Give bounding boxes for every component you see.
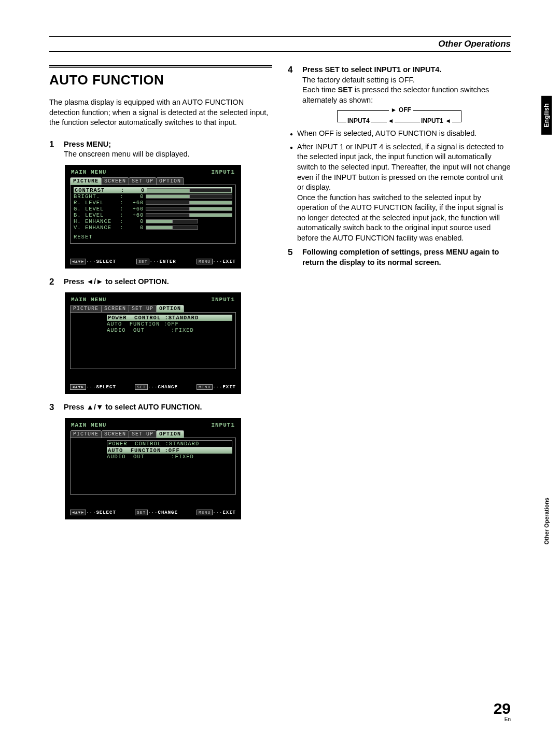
step4-head: Press SET to select INPUT1 or INPUT4. bbox=[302, 65, 441, 74]
intro-text: The plasma display is equipped with an A… bbox=[49, 97, 272, 128]
osd3-title: MAIN MENU bbox=[71, 422, 106, 428]
right-column: 4 Press SET to select INPUT1 or INPUT4. … bbox=[288, 65, 511, 528]
step4-line2a: Each time bbox=[302, 86, 338, 94]
osd2-audio: AUDIO OUT :FIXED bbox=[107, 327, 232, 333]
osd3-foot-select: SELECT bbox=[96, 510, 116, 515]
step4-set: SET bbox=[338, 86, 353, 94]
osd2-tab-option: OPTION bbox=[156, 305, 184, 313]
osd2-tab-picture: PICTURE bbox=[70, 305, 102, 313]
cycle-diagram: ► OFF INPUT4 ◄ INPUT1 ◄ bbox=[337, 110, 461, 122]
step5-head: Following completion of settings, press … bbox=[302, 248, 499, 266]
step-1: 1 Press MENU; The onscreen menu will be … bbox=[49, 139, 272, 160]
osd1-tab-picture: PICTURE bbox=[70, 177, 102, 185]
osd2-foot-set: SET bbox=[135, 384, 148, 390]
osd3-foot-set: SET bbox=[135, 510, 148, 515]
osd-glevel-val: +60 bbox=[125, 206, 144, 212]
page-title: AUTO FUNCTION bbox=[49, 72, 272, 88]
osd-reset: RESET bbox=[74, 234, 232, 240]
step3-num: 3 bbox=[49, 402, 59, 413]
osd1-tab-option: OPTION bbox=[156, 177, 184, 185]
osd-foot-exit: EXIT bbox=[222, 259, 236, 264]
osd-contrast-val: 0 bbox=[127, 187, 145, 193]
osd-henh-val: 0 bbox=[125, 218, 144, 224]
osd2-foot-exit: EXIT bbox=[222, 385, 236, 390]
page-num-value: 29 bbox=[494, 700, 511, 717]
step5-num: 5 bbox=[288, 247, 297, 267]
bullet2b-text: Once the function has switched to the se… bbox=[297, 193, 503, 242]
page-lang: En bbox=[494, 716, 511, 722]
osd-venh-val: 0 bbox=[125, 224, 144, 231]
step1-head: Press MENU; bbox=[64, 140, 111, 148]
osd2-power: POWER CONTROL :STANDARD bbox=[107, 315, 232, 321]
osd2-tab-setup: SET UP bbox=[129, 305, 157, 313]
step-3: 3 Press ▲/▼ to select AUTO FUNCTION. bbox=[49, 402, 272, 413]
osd-foot-select: SELECT bbox=[96, 259, 116, 264]
osd3-power: POWER CONTROL :STANDARD bbox=[107, 440, 232, 447]
osd3-tab-setup: SET UP bbox=[129, 430, 157, 438]
osd-rlevel-label: R. LEVEL bbox=[74, 200, 118, 206]
dpad-icon: ◄▲▼► bbox=[70, 510, 86, 515]
bullet1-text: When OFF is selected, AUTO FUNCTION is d… bbox=[297, 129, 477, 139]
osd3-input: INPUT1 bbox=[211, 422, 235, 428]
osd2-tab-screen: SCREEN bbox=[101, 305, 129, 313]
cycle-off: OFF bbox=[399, 106, 411, 114]
osd1-tab-setup: SET UP bbox=[129, 177, 157, 185]
osd1-title: MAIN MENU bbox=[71, 169, 106, 175]
osd3-audio: AUDIO OUT :FIXED bbox=[107, 454, 232, 460]
step-2: 2 Press ◄/► to select OPTION. bbox=[49, 277, 272, 287]
up-down-arrows-icon: ▲/▼ bbox=[87, 403, 104, 411]
step1-num: 1 bbox=[49, 139, 59, 160]
left-column: AUTO FUNCTION The plasma display is equi… bbox=[49, 65, 272, 528]
osd3-foot-change: CHANGE bbox=[158, 510, 178, 515]
step2-post: to select OPTION. bbox=[103, 277, 169, 286]
osd2-foot-menu: MENU bbox=[197, 384, 213, 390]
bullet-icon: ● bbox=[290, 131, 293, 139]
osd-foot-enter: ENTER bbox=[160, 259, 176, 264]
osd3-foot-menu: MENU bbox=[197, 510, 213, 515]
step3-pre: Press bbox=[64, 403, 87, 411]
cycle-input1: INPUT1 bbox=[421, 117, 443, 124]
osd2-foot-change: CHANGE bbox=[158, 385, 178, 390]
header-section: Other Operations bbox=[438, 39, 511, 49]
osd3-tab-option: OPTION bbox=[156, 430, 184, 438]
dpad-icon: ◄▲▼► bbox=[70, 384, 86, 390]
step1-sub: The onscreen menu will be displayed. bbox=[64, 150, 190, 158]
osd3-tab-picture: PICTURE bbox=[70, 430, 102, 438]
left-right-arrows-icon: ◄/► bbox=[87, 277, 104, 286]
osd3-foot-exit: EXIT bbox=[222, 510, 236, 515]
osd-blevel-label: B. LEVEL bbox=[74, 212, 118, 218]
step-4: 4 Press SET to select INPUT1 or INPUT4. … bbox=[288, 65, 511, 105]
section-side-label: Other Operations bbox=[543, 498, 550, 544]
step4-num: 4 bbox=[288, 65, 297, 105]
language-tab: English bbox=[541, 96, 552, 135]
osd3-tab-screen: SCREEN bbox=[101, 430, 129, 438]
osd-foot-menu: MENU bbox=[197, 259, 213, 264]
osd-venh-label: V. ENHANCE bbox=[74, 224, 118, 231]
osd1-tab-screen: SCREEN bbox=[101, 177, 129, 185]
osd-blevel-val: +60 bbox=[125, 212, 144, 218]
bullet-icon: ● bbox=[290, 144, 293, 244]
osd3-auto: AUTO FUNCTION :OFF bbox=[107, 447, 232, 454]
osd-menu-1: MAIN MENU INPUT1 PICTURE SCREEN SET UP O… bbox=[65, 165, 241, 269]
osd-bright-label: BRIGHT. bbox=[74, 193, 118, 200]
osd-bright-val: 0 bbox=[125, 193, 144, 200]
cycle-input4: INPUT4 bbox=[347, 117, 370, 124]
osd-foot-set: SET bbox=[136, 259, 149, 264]
step2-pre: Press bbox=[64, 277, 87, 286]
osd2-foot-select: SELECT bbox=[96, 385, 116, 390]
osd-menu-2: MAIN MENU INPUT1 PICTURE SCREEN SET UP O… bbox=[65, 292, 241, 394]
osd2-title: MAIN MENU bbox=[71, 297, 106, 303]
page-number: 29 En bbox=[494, 700, 511, 722]
osd1-input: INPUT1 bbox=[211, 169, 235, 175]
osd-menu-3: MAIN MENU INPUT1 PICTURE SCREEN SET UP O… bbox=[65, 418, 241, 519]
step-5: 5 Following completion of settings, pres… bbox=[288, 247, 511, 267]
osd-henh-label: H. ENHANCE bbox=[74, 218, 118, 224]
bullet2-text: After INPUT 1 or INPUT 4 is selected, if… bbox=[297, 143, 511, 191]
step4-line1: The factory default setting is OFF. bbox=[302, 76, 415, 84]
osd-contrast-label: CONTRAST bbox=[75, 187, 119, 193]
osd2-input: INPUT1 bbox=[211, 297, 235, 303]
dpad-icon: ◄▲▼► bbox=[70, 259, 86, 264]
osd2-auto: AUTO FUNCTION :OFF bbox=[107, 321, 232, 327]
step2-num: 2 bbox=[49, 277, 59, 287]
osd-rlevel-val: +60 bbox=[125, 200, 144, 206]
